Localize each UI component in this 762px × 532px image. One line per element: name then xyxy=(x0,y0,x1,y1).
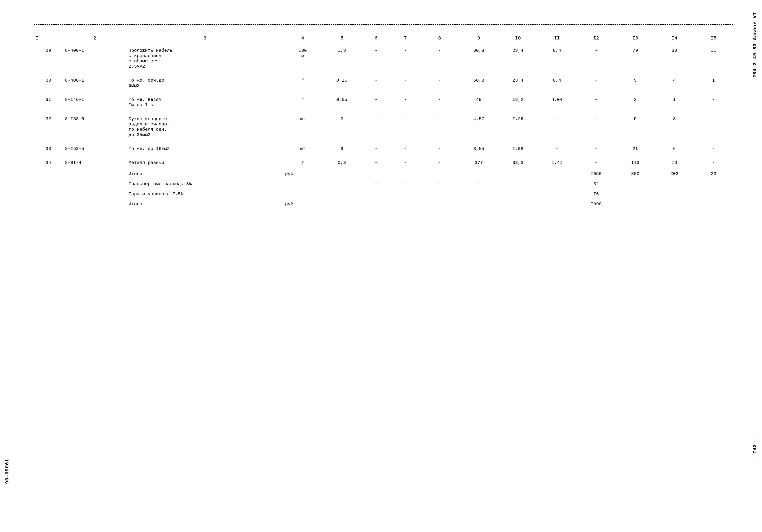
cell-dash: - xyxy=(391,190,420,198)
cell-14: 4 xyxy=(655,76,694,90)
summary-itogo2-unit: руб xyxy=(283,200,322,208)
cell-unit: т xyxy=(283,159,322,167)
cell-empty xyxy=(498,170,537,178)
cell-10: 33,3 xyxy=(498,159,537,167)
cell-11: I,4I xyxy=(537,159,577,167)
header-col14: I4 xyxy=(655,35,694,43)
cell-unit: I00м xyxy=(283,46,322,71)
cell-num: 33 xyxy=(34,145,63,153)
header-col1: I xyxy=(34,35,63,43)
spacer-row xyxy=(34,167,733,170)
summary-itogo1-col13: 800 xyxy=(616,170,655,178)
cell-7: - xyxy=(391,145,420,153)
cell-qty: 0,05 xyxy=(322,96,361,109)
cell-empty xyxy=(694,180,733,188)
cell-10: I8,2 xyxy=(498,96,537,109)
cell-8: - xyxy=(420,46,459,71)
cell-13: 9 xyxy=(616,115,655,139)
cell-11: - xyxy=(537,115,577,139)
cell-12: - xyxy=(577,96,616,109)
cell-unit: " xyxy=(283,76,322,90)
cell-empty xyxy=(361,170,391,178)
cell-num: 32 xyxy=(34,115,63,139)
cell-num: 29 xyxy=(34,46,63,71)
cell-code: 8-400-I xyxy=(63,46,126,71)
summary-tara-row: Тара и упаковка I,5% - - - - I6 xyxy=(34,190,733,198)
cell-empty xyxy=(616,200,655,208)
cell-empty xyxy=(694,200,733,208)
cell-desc: То же, весом Iм до I кг xyxy=(126,96,283,109)
cell-empty xyxy=(420,200,459,208)
cell-7: - xyxy=(391,115,420,139)
cell-empty xyxy=(63,190,126,198)
cell-6: - xyxy=(361,115,391,139)
cell-8: - xyxy=(420,96,459,109)
cell-empty xyxy=(655,180,694,188)
summary-tara-label: Тара и упаковка I,5% xyxy=(126,190,322,198)
cell-empty xyxy=(63,170,126,178)
cell-empty xyxy=(420,170,459,178)
cell-code: 8-I53-6 xyxy=(63,115,126,139)
summary-itogo1-label: Итого xyxy=(126,170,283,178)
cell-14: 30 xyxy=(655,46,694,71)
cell-11: - xyxy=(537,145,577,153)
cell-7: - xyxy=(391,159,420,167)
cell-empty xyxy=(34,180,63,188)
cell-unit: шт xyxy=(283,115,322,139)
cell-empty xyxy=(616,180,655,188)
cell-empty xyxy=(322,170,361,178)
header-col10: IO xyxy=(498,35,537,43)
table-row: 29 8-400-I Проложить кабель с креплением… xyxy=(34,46,733,71)
spacer-row xyxy=(34,71,733,76)
header-col7: 7 xyxy=(391,35,420,43)
header-col4: 4 xyxy=(283,35,322,43)
cell-code: 8-400-I xyxy=(63,76,126,90)
cell-7: - xyxy=(391,46,420,71)
table-row: 32 8-I53-6 Сухие концевые заделки силово… xyxy=(34,115,733,139)
cell-12: - xyxy=(577,159,616,167)
cell-empty xyxy=(694,190,733,198)
cell-empty xyxy=(537,200,577,208)
cell-8: - xyxy=(420,145,459,153)
cell-empty xyxy=(459,200,498,208)
page-container: 284-3-49 83 Альбом VI - I43 - 90-09061 I… xyxy=(0,0,762,532)
cell-qty: 6 xyxy=(322,145,361,153)
cell-13: 9 xyxy=(616,76,655,90)
cell-qty: 0,I5 xyxy=(322,76,361,90)
cell-12: - xyxy=(577,46,616,71)
cell-num: 34 xyxy=(34,159,63,167)
cell-num: 30 xyxy=(34,76,63,90)
summary-itogo1-unit: руб xyxy=(283,170,322,178)
summary-itogo1-col12: I050 xyxy=(577,170,616,178)
summary-tara-val: I6 xyxy=(577,190,616,198)
summary-itogo1-row: Итого руб I050 800 203 23 xyxy=(34,170,733,178)
cell-10: 23,4 xyxy=(498,76,537,90)
header-col11: II xyxy=(537,35,577,43)
table-row: 33 8-I53-5 То же, до I6мм2 шт 6 - - - 3,… xyxy=(34,145,733,153)
cell-empty xyxy=(63,180,126,188)
cell-8: - xyxy=(420,115,459,139)
summary-transport-label: Транспортные расходы 3% xyxy=(126,180,322,188)
cell-unit: " xyxy=(283,96,322,109)
cell-10: I,26 xyxy=(498,115,537,139)
cell-14: IO xyxy=(655,159,694,167)
side-label-right: 284-3-49 83 Альбом VI xyxy=(752,12,758,78)
header-col15: I5 xyxy=(694,35,733,43)
summary-transport-row: Транспортные расходы 3% - - - - 32 xyxy=(34,180,733,188)
cell-7: - xyxy=(391,76,420,90)
cell-15: - xyxy=(694,159,733,167)
spacer-row xyxy=(34,90,733,96)
cell-desc: То же, до I6мм2 xyxy=(126,145,283,153)
spacer-row xyxy=(34,139,733,145)
cell-empty xyxy=(322,200,361,208)
cell-6: - xyxy=(361,145,391,153)
header-col9: 9 xyxy=(459,35,498,43)
cell-empty xyxy=(537,170,577,178)
table-row: 34 8-9I-4 Металл разный т 0,3 - - - 377 … xyxy=(34,159,733,167)
cell-13: 79 xyxy=(616,46,655,71)
cell-desc: То же, сеч.до 6мм2 xyxy=(126,76,283,90)
cell-9: 377 xyxy=(459,159,498,167)
cell-14: 3 xyxy=(655,115,694,139)
cell-15: II xyxy=(694,46,733,71)
cell-empty xyxy=(34,170,63,178)
